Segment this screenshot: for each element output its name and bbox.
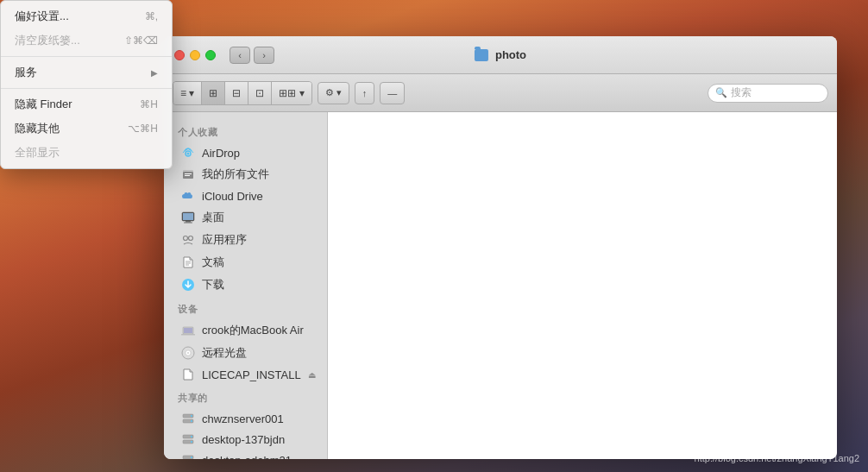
hide-others-label: 隐藏其他 bbox=[15, 121, 114, 136]
empty-trash-shortcut: ⇧⌘⌫ bbox=[124, 35, 158, 47]
svg-point-26 bbox=[191, 420, 192, 422]
svg-point-33 bbox=[191, 456, 192, 458]
icloud-label: iCloud Drive bbox=[202, 190, 263, 203]
watermark: http://blog.csdn.net/zhangXiangT1ang2 bbox=[695, 453, 859, 463]
svg-point-25 bbox=[191, 415, 192, 417]
myfiles-icon bbox=[181, 167, 195, 181]
svg-rect-5 bbox=[185, 175, 190, 176]
downloads-label: 下载 bbox=[202, 277, 224, 293]
view-mode-group: ≡ ▾ ⊞ ⊟ ⊡ ⊞⊞ ▾ bbox=[173, 81, 312, 105]
svg-rect-18 bbox=[184, 328, 192, 333]
hide-others-shortcut: ⌥⌘H bbox=[128, 123, 158, 135]
preferences-shortcut: ⌘, bbox=[145, 10, 158, 22]
sidebar-item-downloads[interactable]: 下载 bbox=[167, 274, 324, 296]
empty-trash-label: 清空废纸篓... bbox=[15, 33, 110, 48]
eject-icon[interactable]: ⏏ bbox=[308, 370, 316, 380]
services-arrow: ▶ bbox=[151, 68, 158, 78]
server1-icon bbox=[181, 412, 195, 425]
minimize-button[interactable] bbox=[190, 50, 200, 60]
remotedvd-label: 远程光盘 bbox=[202, 345, 247, 361]
svg-rect-8 bbox=[186, 221, 191, 223]
nav-buttons: ‹ › bbox=[230, 47, 274, 64]
svg-point-1 bbox=[187, 153, 190, 155]
server2-icon bbox=[181, 432, 195, 446]
svg-rect-4 bbox=[185, 173, 192, 174]
dvd-icon bbox=[181, 346, 195, 360]
macbook-label: crook的MacBook Air bbox=[202, 323, 304, 338]
apps-icon bbox=[181, 233, 195, 247]
myfiles-label: 我的所有文件 bbox=[202, 167, 269, 182]
sidebar-item-docs[interactable]: 文稿 bbox=[167, 251, 324, 274]
forward-button[interactable]: › bbox=[254, 47, 274, 64]
view-column-btn[interactable]: ⊟ bbox=[225, 82, 248, 104]
sidebar-item-server2[interactable]: desktop-137bjdn bbox=[167, 429, 324, 450]
shared-section-header: 共享的 bbox=[164, 385, 327, 408]
menu-item-hide-finder[interactable]: 隐藏 Finder ⌘H bbox=[1, 92, 172, 116]
sidebar-item-desktop[interactable]: 桌面 bbox=[167, 206, 324, 229]
back-button[interactable]: ‹ bbox=[230, 47, 250, 64]
search-icon: 🔍 bbox=[715, 87, 727, 98]
svg-point-30 bbox=[191, 441, 192, 443]
icloud-icon bbox=[181, 189, 195, 203]
airdrop-label: AirDrop bbox=[202, 147, 240, 160]
docs-label: 文稿 bbox=[202, 255, 224, 270]
menu-item-services[interactable]: 服务 ▶ bbox=[1, 60, 172, 85]
file-content-area bbox=[328, 112, 837, 459]
sidebar-item-server3[interactable]: desktop-adehm21 bbox=[167, 450, 324, 459]
share-button[interactable]: ↑ bbox=[355, 82, 375, 104]
sidebar-item-remotedvd[interactable]: 远程光盘 bbox=[167, 342, 324, 364]
server1-label: chwznserver001 bbox=[202, 412, 284, 425]
close-button[interactable] bbox=[174, 50, 185, 60]
menu-divider-2 bbox=[1, 88, 172, 89]
title-bar: ‹ › photo bbox=[164, 36, 837, 74]
menu-divider-1 bbox=[1, 56, 172, 57]
desktop-icon bbox=[181, 211, 195, 224]
menu-item-hide-others[interactable]: 隐藏其他 ⌥⌘H bbox=[1, 116, 172, 141]
view-cover-btn[interactable]: ⊡ bbox=[248, 82, 272, 104]
view-gallery-btn[interactable]: ⊞⊞ ▾ bbox=[272, 82, 311, 104]
docs-icon bbox=[181, 255, 195, 269]
preferences-label: 偏好设置... bbox=[15, 9, 131, 24]
main-content: 个人收藏 AirDrop bbox=[164, 112, 837, 459]
sidebar-item-installer[interactable]: LICECAP_INSTALL ⏏ bbox=[167, 364, 324, 385]
installer-icon bbox=[181, 368, 195, 381]
svg-point-11 bbox=[189, 236, 193, 241]
svg-rect-7 bbox=[183, 213, 193, 220]
apps-label: 应用程序 bbox=[202, 232, 247, 248]
airdrop-icon bbox=[181, 146, 195, 160]
installer-label: LICECAP_INSTALL bbox=[202, 368, 301, 381]
server3-label: desktop-adehm21 bbox=[202, 454, 292, 460]
svg-point-10 bbox=[184, 236, 188, 241]
view-icon-btn[interactable]: ⊞ bbox=[202, 82, 225, 104]
svg-rect-9 bbox=[184, 223, 192, 223]
server3-icon bbox=[181, 453, 195, 459]
sidebar-item-icloud[interactable]: iCloud Drive bbox=[167, 186, 324, 206]
maximize-button[interactable] bbox=[205, 50, 216, 60]
folder-icon bbox=[475, 49, 488, 61]
svg-point-22 bbox=[187, 352, 189, 354]
macbook-icon bbox=[181, 324, 195, 337]
finder-window: ‹ › photo ≡ ▾ ⊞ ⊟ ⊡ ⊞⊞ ▾ ⚙ ▾ ↑ — 🔍 搜索 个人… bbox=[164, 36, 837, 459]
toolbar: ≡ ▾ ⊞ ⊟ ⊡ ⊞⊞ ▾ ⚙ ▾ ↑ — 🔍 搜索 bbox=[164, 74, 837, 112]
sidebar: 个人收藏 AirDrop bbox=[164, 112, 328, 459]
personal-section-header: 个人收藏 bbox=[164, 119, 327, 142]
search-box[interactable]: 🔍 搜索 bbox=[708, 84, 828, 103]
tag-button[interactable]: — bbox=[380, 82, 405, 104]
downloads-icon bbox=[181, 278, 195, 292]
server2-label: desktop-137bjdn bbox=[202, 433, 285, 446]
action-button[interactable]: ⚙ ▾ bbox=[318, 82, 349, 104]
services-label: 服务 bbox=[15, 65, 151, 80]
traffic-lights bbox=[174, 50, 216, 60]
devices-section-header: 设备 bbox=[164, 296, 327, 319]
view-list-btn[interactable]: ≡ ▾ bbox=[173, 82, 202, 104]
menu-item-preferences[interactable]: 偏好设置... ⌘, bbox=[1, 4, 172, 28]
search-placeholder: 搜索 bbox=[731, 85, 752, 100]
svg-rect-19 bbox=[181, 334, 195, 336]
sidebar-item-airdrop[interactable]: AirDrop bbox=[167, 142, 324, 163]
sidebar-item-macbook[interactable]: crook的MacBook Air bbox=[167, 319, 324, 342]
sidebar-item-server1[interactable]: chwznserver001 bbox=[167, 408, 324, 429]
sidebar-item-apps[interactable]: 应用程序 bbox=[167, 229, 324, 251]
finder-menu: 偏好设置... ⌘, 清空废纸篓... ⇧⌘⌫ 服务 ▶ 隐藏 Finder ⌘… bbox=[0, 0, 173, 169]
sidebar-item-myfiles[interactable]: 我的所有文件 bbox=[167, 163, 324, 186]
window-title: photo bbox=[495, 48, 526, 61]
